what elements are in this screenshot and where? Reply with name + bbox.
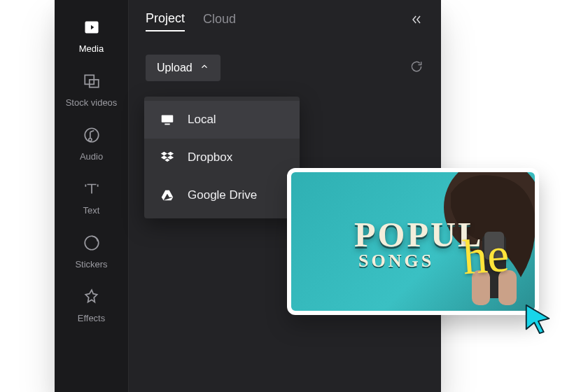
video-thumbnail[interactable]: POPUL SONGS he	[287, 168, 539, 315]
chevron-double-left-icon	[410, 13, 424, 29]
media-icon	[83, 18, 101, 39]
sidebar-item-stock-videos[interactable]: Stock videos	[55, 64, 128, 115]
tab-cloud[interactable]: Cloud	[203, 12, 236, 31]
upload-option-google-drive[interactable]: Google Drive	[144, 176, 300, 214]
panel-toolbar: Upload	[129, 42, 441, 88]
stock-videos-icon	[83, 72, 101, 93]
stickers-icon	[83, 234, 101, 255]
sidebar-label: Stock videos	[66, 97, 118, 108]
panel-tabs: Project Cloud	[129, 0, 441, 42]
sidebar-label: Media	[79, 43, 104, 54]
sidebar-label: Effects	[78, 313, 106, 323]
upload-label: Upload	[157, 62, 192, 74]
sidebar-item-media[interactable]: Media	[55, 10, 128, 61]
chevron-up-icon	[200, 62, 209, 74]
upload-option-local[interactable]: Local	[144, 101, 300, 139]
sidebar-item-audio[interactable]: Audio	[55, 118, 128, 169]
monitor-icon	[160, 112, 175, 127]
thumbnail-title-script: he	[461, 227, 510, 286]
dropbox-icon	[160, 150, 175, 165]
collapse-panel-button[interactable]	[409, 13, 424, 29]
audio-icon	[83, 126, 101, 147]
thumbnail-title-sub: SONGS	[358, 251, 434, 272]
upload-option-label: Local	[188, 113, 216, 127]
refresh-icon	[410, 59, 424, 76]
sidebar: Media Stock videos Audio Text Stickers	[55, 0, 129, 392]
upload-option-label: Dropbox	[188, 150, 232, 164]
tab-project[interactable]: Project	[146, 11, 185, 31]
google-drive-icon	[160, 188, 175, 203]
sidebar-label: Stickers	[75, 259, 107, 270]
upload-button[interactable]: Upload	[146, 55, 220, 81]
upload-option-label: Google Drive	[188, 188, 257, 202]
sidebar-label: Text	[83, 205, 100, 216]
refresh-button[interactable]	[409, 60, 424, 76]
cursor-pointer-icon	[522, 302, 554, 335]
svg-rect-6	[162, 115, 174, 122]
svg-rect-7	[164, 124, 169, 125]
upload-option-dropbox[interactable]: Dropbox	[144, 139, 300, 176]
sidebar-item-effects[interactable]: Effects	[55, 279, 128, 330]
effects-icon	[83, 288, 101, 309]
sidebar-label: Audio	[80, 151, 103, 162]
sidebar-item-stickers[interactable]: Stickers	[55, 225, 128, 276]
text-icon	[83, 180, 101, 201]
sidebar-item-text[interactable]: Text	[55, 172, 128, 223]
upload-dropdown: Local Dropbox Google Drive	[144, 97, 300, 218]
